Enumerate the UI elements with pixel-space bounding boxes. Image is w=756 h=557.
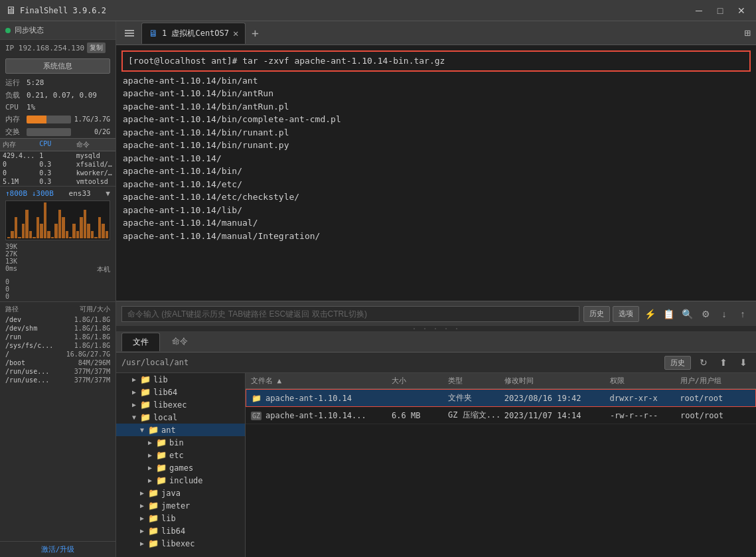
chart-bar [98,217,101,238]
tree-item-label: libexec [153,400,187,410]
add-tab-button[interactable]: + [246,24,264,42]
home-button[interactable] [119,23,140,44]
tree-item[interactable]: ▶ 📁 include [116,474,245,487]
disk-col-size: 可用/大小 [80,305,110,314]
col-size[interactable]: 大小 [392,376,448,386]
col-date[interactable]: 修改时间 [504,376,610,386]
location: 本机 [97,265,110,274]
proc-col-mem[interactable]: 内存 [3,140,39,149]
tree-arrow-icon: ▶ [132,376,140,383]
history-button[interactable]: 历史 [583,306,610,322]
proc-row[interactable]: 429.4...1mysqld [0,151,115,160]
chart-bar [25,210,28,238]
tree-item[interactable]: ▶ 📁 libexec [116,398,245,411]
file-history-button[interactable]: 历史 [664,356,691,370]
tab-files[interactable]: 文件 [121,333,160,351]
net-stat-13k: 13K [5,258,17,265]
mem-stat: 内存 1.7G/3.7G [0,113,115,125]
network-interface: ens33 [69,189,91,198]
folder-icon: 📁 [140,412,151,422]
tree-arrow-icon: ▶ [140,527,148,534]
tree-arrow-icon: ▶ [148,477,156,484]
mem-value: 1.7G/3.7G [74,116,110,123]
terminal-line: apache-ant-1.10.14/bin/runant.py [121,139,751,152]
refresh-icon[interactable]: ↻ [696,355,711,370]
chart-bar [37,217,39,238]
tree-item[interactable]: ▶ 📁 lib [116,373,245,386]
download-file-icon[interactable]: ⬇ [736,355,751,370]
tree-item-label: games [169,463,193,473]
tree-item[interactable]: ▶ 📁 java [116,487,245,499]
proc-row[interactable]: 00.3kworker/... [0,169,115,177]
tree-item[interactable]: ▶ 📁 jmeter [116,499,245,512]
lightning-icon[interactable]: ⚡ [642,306,658,322]
tree-item-label: include [169,476,203,485]
copy-ip-button[interactable]: 复制 [87,42,106,53]
proc-col-cmd[interactable]: 命令 [76,140,113,149]
tree-item[interactable]: ▶ 📁 etc [116,449,245,461]
tree-item[interactable]: ▶ 📁 lib64 [116,386,245,398]
file-row[interactable]: 📁apache-ant-1.10.14 文件夹 2023/08/16 19:42… [246,389,756,407]
download-icon[interactable]: ↓ [716,306,732,322]
app-icon: 🖥 [5,4,16,17]
command-input-bar: 历史 选项 ⚡ 📋 🔍 ⚙ ↓ ↑ [116,301,756,326]
tree-arrow-icon: ▶ [140,502,148,509]
terminal-line: apache-ant-1.10.14/ [121,152,751,165]
options-button[interactable]: 选项 [613,306,639,322]
col-perm[interactable]: 权限 [610,376,680,386]
terminal-line: apache-ant-1.10.14/etc/checkstyle/ [121,191,751,204]
tree-item[interactable]: ▶ 📁 lib [116,512,245,524]
tree-item[interactable]: ▶ 📁 lib64 [116,524,245,537]
proc-col-cpu[interactable]: CPU [39,140,76,149]
sysinfo-button[interactable]: 系统信息 [5,58,110,74]
file-toolbar: /usr/local/ant 历史 ↻ ⬆ ⬇ [116,353,756,373]
chart-bar [76,231,79,238]
layout-button[interactable]: ⊞ [744,27,751,39]
chart-bar [7,237,10,238]
upload-file-icon[interactable]: ⬆ [716,355,731,370]
upload-icon[interactable]: ↑ [735,306,751,322]
file-row[interactable]: GZapache-ant-1.10.14... 6.6 MB GZ 压缩文...… [246,407,756,424]
network-stats: 39K 27K 13K 0ms 本机 [5,243,110,274]
mem-label: 内存 [5,114,24,124]
folder-icon: 📁 [148,488,159,498]
tab-close-icon[interactable]: ✕ [233,28,238,39]
main-layout: 同步状态 IP 192.168.254.130 复制 系统信息 运行 5:28 … [0,21,756,557]
tree-item[interactable]: ▼ 📁 local [116,411,245,424]
panel-divider[interactable]: · · · · · [116,326,756,331]
tree-item[interactable]: ▼ 📁 ant [116,424,245,436]
net-stat-39k: 39K [5,243,17,250]
swap-value: 0/2G [74,128,110,135]
maximize-button[interactable]: □ [711,4,729,17]
terminal-line: apache-ant-1.10.14/bin/ant [121,74,751,88]
tab-commands[interactable]: 命令 [161,333,198,351]
copy-icon[interactable]: 📋 [660,306,676,322]
load-value: 0.21, 0.07, 0.09 [27,91,97,100]
disk-row: /sys/fs/c...1.8G/1.8G [5,341,110,350]
disk-section: 路径 可用/大小 /dev1.8G/1.8G/dev/shm1.8G/1.8G/… [0,301,115,541]
disk-row: /16.8G/27.7G [5,350,110,358]
file-list: 文件名 ▲ 大小 类型 修改时间 权限 用户/用户组 📁apache-ant-1… [246,373,756,557]
ip-row: IP 192.168.254.130 复制 [0,40,115,56]
col-name[interactable]: 文件名 ▲ [251,376,392,386]
mem-fill [27,116,46,123]
network-chart [5,200,110,240]
command-input[interactable] [121,306,579,322]
proc-row[interactable]: 5.1M0.3vmtoolsd [0,177,115,186]
proc-row[interactable]: 00.3xfsaild/s+ [0,160,115,169]
ip-address: IP 192.168.254.130 [5,44,84,52]
tree-item[interactable]: ▶ 📁 bin [116,436,245,449]
tree-item[interactable]: ▶ 📁 games [116,461,245,474]
search-icon[interactable]: 🔍 [679,306,695,322]
session-tab[interactable]: 🖥 1 虚拟机CentOS7 ✕ [141,23,246,44]
close-button[interactable]: ✕ [732,4,751,17]
folder-icon: 📁 [148,538,159,548]
activate-button[interactable]: 激活/升级 [0,541,115,557]
col-owner[interactable]: 用户/用户组 [680,376,751,386]
col-type[interactable]: 类型 [448,376,504,386]
tree-item[interactable]: ▶ 📁 libexec [116,537,245,550]
chart-bar [54,224,57,238]
minimize-button[interactable]: ─ [690,4,708,17]
settings-icon[interactable]: ⚙ [698,306,714,322]
terminal-line: apache-ant-1.10.14/etc/ [121,178,751,191]
